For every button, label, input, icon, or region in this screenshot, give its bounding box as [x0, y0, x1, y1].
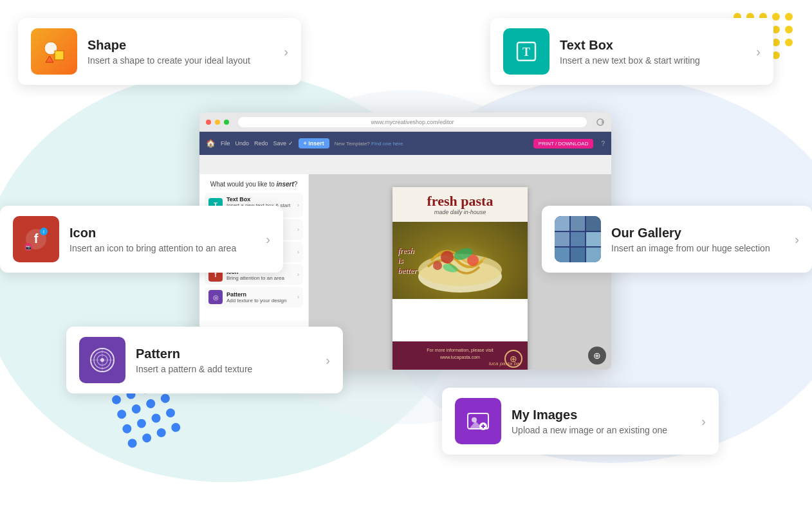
pattern-card-title: Pattern [136, 347, 315, 361]
home-icon: 🏠 [206, 139, 216, 148]
gallery-icon [555, 216, 601, 262]
svg-text:f: f [34, 231, 39, 246]
pattern-card-arrow: › [326, 353, 330, 368]
insert-shape-arrow: › [297, 249, 299, 255]
insert-pattern-icon: ◎ [208, 290, 223, 304]
poster: fresh pasta made daily in-house [392, 187, 528, 370]
browser-url-text: www.mycreativeshop.com/editor [371, 119, 454, 125]
insert-item-pattern[interactable]: ◎ Pattern Add texture to your design › [205, 287, 303, 307]
gallery-card-title: Our Gallery [611, 226, 784, 240]
shape-card[interactable]: Shape Insert a shape to create your idea… [18, 18, 301, 85]
poster-top: fresh pasta made daily in-house [392, 187, 528, 222]
shape-icon [31, 28, 77, 75]
myimages-card-desc: Upload a new image or an existing one [512, 425, 691, 435]
zoom-button[interactable]: ⊕ [588, 347, 606, 365]
help-icon: ? [601, 140, 605, 147]
poster-footer-text: For more information, please visitwww.lu… [399, 347, 521, 361]
poster-title: fresh pasta [399, 194, 521, 209]
pattern-icon [79, 337, 125, 383]
gallery-card-text: Our Gallery Insert an image from our hug… [611, 226, 784, 253]
shape-card-desc: Insert a shape to create your ideal layo… [88, 55, 273, 66]
myimages-card-title: My Images [512, 408, 691, 422]
icon-card-title: Icon [69, 226, 255, 240]
insert-existing-arrow: › [297, 226, 299, 233]
gallery-card-desc: Insert an image from our huge selection [611, 243, 784, 253]
insert-textbox-arrow: › [297, 202, 299, 208]
textbox-card-desc: Insert a new text box & start writing [560, 55, 746, 66]
save-button[interactable]: Save ✓ [273, 140, 293, 147]
icon-card-arrow: › [266, 232, 270, 247]
svg-text:📷: 📷 [26, 244, 32, 250]
undo-button[interactable]: Undo [235, 140, 250, 147]
browser-close-dot [206, 120, 211, 125]
poster-footer-logo: luca pasta bar [399, 361, 521, 366]
textbox-card-arrow: › [756, 44, 761, 59]
browser-maximize-dot [224, 120, 229, 125]
svg-text:T: T [522, 46, 530, 59]
svg-text:t: t [43, 230, 44, 234]
poster-footer-circle: ⊕ [504, 350, 522, 368]
svg-marker-5 [46, 56, 53, 62]
svg-rect-4 [55, 51, 64, 60]
insert-icon-arrow: › [297, 271, 299, 278]
svg-point-29 [441, 251, 454, 264]
print-button[interactable]: PRINT / DOWNLOAD [533, 139, 594, 149]
myimages-card[interactable]: My Images Upload a new image or an exist… [442, 388, 719, 455]
textbox-icon: T [503, 28, 549, 75]
poster-image-area: fresh is better [392, 222, 528, 299]
redo-button[interactable]: Redo [254, 140, 268, 147]
poster-subtitle: made daily in-house [399, 209, 521, 215]
textbox-card[interactable]: T Text Box Insert a new text box & start… [490, 18, 773, 85]
myimages-card-arrow: › [701, 414, 706, 429]
editor-toolbar: 🏠 File Undo Redo Save ✓ + Insert New Tem… [199, 132, 611, 155]
pattern-card-text: Pattern Insert a pattern & add texture [136, 347, 315, 374]
svg-point-31 [433, 261, 442, 270]
poster-tagline: fresh is better [398, 245, 417, 275]
gallery-card-arrow: › [795, 232, 799, 247]
shape-card-title: Shape [88, 38, 273, 53]
icon-card-desc: Insert an icon to bring attention to an … [69, 243, 255, 253]
icon-card[interactable]: f t 📷 Icon Insert an icon to bring atten… [0, 206, 283, 273]
myimages-card-text: My Images Upload a new image or an exist… [512, 408, 691, 435]
shape-card-arrow: › [284, 44, 288, 59]
icon-card-text: Icon Insert an icon to bring attention t… [69, 226, 255, 253]
file-menu[interactable]: File [221, 140, 230, 147]
textbox-card-text: Text Box Insert a new text box & start w… [560, 38, 746, 66]
insert-pattern-arrow: › [297, 294, 299, 300]
insert-button[interactable]: + Insert [299, 138, 329, 149]
poster-footer: For more information, please visitwww.lu… [392, 341, 528, 370]
textbox-card-title: Text Box [560, 38, 746, 53]
insert-pattern-text: Pattern Add texture to your design [226, 291, 286, 303]
new-template-text: New Template? Find one here [335, 141, 403, 147]
pattern-card[interactable]: Pattern Insert a pattern & add texture › [66, 327, 343, 393]
icon-card-icon: f t 📷 [13, 216, 59, 262]
browser-minimize-dot [215, 120, 220, 125]
pattern-card-desc: Insert a pattern & add texture [136, 364, 315, 374]
shape-card-text: Shape Insert a shape to create your idea… [88, 38, 273, 66]
insert-panel-title: What would you like to insert? [205, 181, 303, 188]
browser-refresh-icon [596, 118, 605, 127]
myimages-icon [455, 398, 501, 444]
browser-chrome-bar: www.mycreativeshop.com/editor [199, 113, 611, 132]
gallery-card[interactable]: Our Gallery Insert an image from our hug… [542, 206, 812, 273]
browser-url-bar: www.mycreativeshop.com/editor [238, 117, 587, 127]
